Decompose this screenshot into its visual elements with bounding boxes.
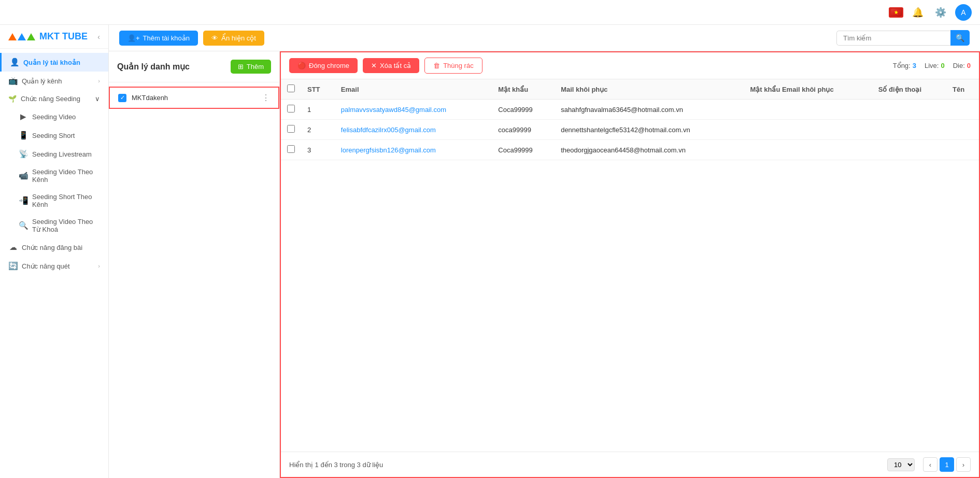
cell-phone: [872, 120, 946, 140]
hide-col-label: Ẩn hiện cột: [221, 34, 256, 42]
cell-recovery-password: [744, 140, 872, 160]
right-panel-toolbar: 🔴 Đóng chrome ✕ Xóa tất cả 🗑 Thùng rác T…: [281, 52, 979, 79]
email-link[interactable]: palmavvsvsatyawd845@gmail.com: [341, 106, 446, 114]
chrome-icon: 🔴: [297, 62, 306, 69]
footer-info: Hiển thị 1 đến 3 trong 3 dữ liệu: [289, 461, 383, 469]
menu-label-seeding-short: Seeding Short: [32, 132, 75, 139]
cell-phone: [872, 140, 946, 160]
menu-label-seeding-video-theo-tu-khoa: Seeding Video Theo Từ Khoá: [32, 218, 100, 233]
stats-group: Tổng: 3 Live: 0 Die: 0: [893, 62, 971, 69]
next-page-button[interactable]: ›: [956, 457, 971, 472]
search-button[interactable]: 🔍: [950, 30, 970, 46]
table-header: STT Email Mật khẩu Mail khôi phục Mật kh…: [281, 79, 979, 100]
table-body: 1 palmavvsvsatyawd845@gmail.com Coca9999…: [281, 100, 979, 160]
page-size-select[interactable]: 10 20 50: [887, 458, 915, 471]
avatar[interactable]: A: [955, 4, 972, 21]
video-icon: ▶: [19, 112, 28, 121]
cell-email: lorenpergfsisbn126@gmail.com: [335, 140, 492, 160]
cell-recovery-mail: dennettshantelgcfle53142@hotmail.com.vn: [555, 120, 744, 140]
sidebar-item-seeding-short-theo-kenh[interactable]: 📲 Seeding Short Theo Kênh: [0, 188, 108, 213]
flag-icon[interactable]: [889, 7, 903, 18]
menu-label-dang-bai: Chức năng đăng bài: [22, 244, 82, 251]
stat-live: Live: 0: [925, 62, 945, 69]
cell-phone: [872, 100, 946, 120]
data-table-container: STT Email Mật khẩu Mail khôi phục Mật kh…: [281, 79, 979, 452]
short-icon: 📱: [19, 131, 28, 140]
add-category-button[interactable]: ⊞ Thêm: [231, 60, 271, 74]
eye-icon: 👁: [211, 34, 218, 42]
category-list: ✓ MKTdakenh ⋮: [109, 82, 279, 478]
hide-col-button[interactable]: 👁 Ẩn hiện cột: [203, 31, 264, 46]
cell-recovery-password: [744, 100, 872, 120]
menu-label-seeding: Chức năng Seeding: [21, 95, 80, 103]
live-label: Live:: [925, 62, 939, 69]
thung-rac-button[interactable]: 🗑 Thùng rác: [424, 58, 482, 74]
sidebar-item-quan-ly-kenh[interactable]: 📺 Quản lý kênh ›: [0, 72, 108, 90]
account-table: STT Email Mật khẩu Mail khôi phục Mật kh…: [281, 79, 979, 160]
tong-label: Tổng:: [893, 62, 911, 69]
cell-recovery-password: [744, 120, 872, 140]
die-label: Die:: [953, 62, 965, 69]
sidebar-item-dang-bai[interactable]: ☁ Chức năng đăng bài: [0, 238, 108, 257]
live-value: 0: [941, 62, 944, 69]
row-check-cell: [281, 120, 301, 140]
add-account-button[interactable]: 👤+ Thêm tài khoản: [119, 31, 198, 46]
menu-label-seeding-video: Seeding Video: [32, 113, 76, 121]
sidebar-item-quan-ly-tai-khoan[interactable]: 👤 Quản lý tài khoản: [0, 53, 108, 72]
search-bar: 🔍: [836, 30, 970, 46]
col-password: Mật khẩu: [492, 79, 555, 100]
menu-label-quan-ly-tai-khoan: Quản lý tài khoản: [23, 59, 80, 66]
tong-value: 3: [913, 62, 916, 69]
row-check-cell: [281, 140, 301, 160]
left-panel-header: Quản lý danh mục ⊞ Thêm: [109, 51, 279, 82]
sidebar-item-seeding-short[interactable]: 📱 Seeding Short: [0, 126, 108, 145]
row-checkbox-3[interactable]: [287, 145, 295, 153]
dong-chrome-label: Đóng chrome: [309, 62, 349, 69]
email-link[interactable]: felisabfdfcazilrx005@gmail.com: [341, 126, 436, 134]
col-checkbox: [281, 79, 301, 100]
row-checkbox-2[interactable]: [287, 125, 295, 133]
row-checkbox-1[interactable]: [287, 105, 295, 113]
category-menu-icon[interactable]: ⋮: [262, 93, 270, 103]
cell-email: palmavvsvsatyawd845@gmail.com: [335, 100, 492, 120]
dong-chrome-button[interactable]: 🔴 Đóng chrome: [289, 58, 358, 73]
category-checkbox: ✓: [118, 94, 126, 102]
table-row: 3 lorenpergfsisbn126@gmail.com Coca99999…: [281, 140, 979, 160]
chevron-down-icon: ∨: [95, 95, 100, 103]
col-phone: Số điện thoại: [872, 79, 946, 100]
sidebar-item-seeding-video[interactable]: ▶ Seeding Video: [0, 107, 108, 126]
sidebar-menu: 👤 Quản lý tài khoản 📺 Quản lý kênh › 🌱 C…: [0, 49, 108, 279]
email-link[interactable]: lorenpergfsisbn126@gmail.com: [341, 146, 436, 154]
sidebar-item-seeding-video-theo-tu-khoa[interactable]: 🔍 Seeding Video Theo Từ Khoá: [0, 213, 108, 238]
thung-rac-label: Thùng rác: [443, 62, 474, 69]
notification-icon[interactable]: 🔔: [910, 4, 926, 21]
delete-all-icon: ✕: [371, 62, 377, 69]
menu-label-quet: Chức năng quét: [22, 262, 70, 270]
scan-icon: 🔄: [8, 261, 18, 271]
menu-label-seeding-livestream: Seeding Livestream: [32, 150, 92, 158]
main-toolbar: 👤+ Thêm tài khoản 👁 Ẩn hiện cột 🔍: [109, 25, 980, 51]
sidebar-group-seeding[interactable]: 🌱 Chức năng Seeding ∨: [0, 90, 108, 107]
sidebar-item-seeding-video-theo-kenh[interactable]: 📹 Seeding Video Theo Kênh: [0, 163, 108, 188]
trash-icon: 🗑: [433, 62, 440, 69]
stat-die: Die: 0: [953, 62, 971, 69]
settings-icon[interactable]: ⚙️: [932, 4, 949, 21]
collapse-button[interactable]: ‹: [97, 33, 100, 41]
channel-icon: 📺: [8, 76, 18, 86]
xoa-tat-ca-button[interactable]: ✕ Xóa tất cả: [363, 58, 419, 73]
col-recovery-mail: Mail khôi phục: [555, 79, 744, 100]
category-item-mktdakenh[interactable]: ✓ MKTdakenh ⋮: [109, 87, 279, 109]
inner-content: Quản lý danh mục ⊞ Thêm ✓ MKTdakenh ⋮: [109, 51, 980, 478]
page-1-button[interactable]: 1: [940, 457, 954, 472]
category-name: MKTdakenh: [132, 94, 257, 102]
sidebar-item-seeding-livestream[interactable]: 📡 Seeding Livestream: [0, 145, 108, 163]
sidebar-item-quet[interactable]: 🔄 Chức năng quét ›: [0, 257, 108, 275]
search-input[interactable]: [836, 31, 950, 46]
select-all-checkbox[interactable]: [287, 85, 295, 92]
cell-recovery-mail: sahahfgfnavalma63645@hotmail.com.vn: [555, 100, 744, 120]
cell-password: coca99999: [492, 120, 555, 140]
cell-name: [946, 140, 979, 160]
row-check-cell: [281, 100, 301, 120]
prev-page-button[interactable]: ‹: [923, 457, 938, 472]
seeding-icon: 🌱: [8, 95, 17, 103]
